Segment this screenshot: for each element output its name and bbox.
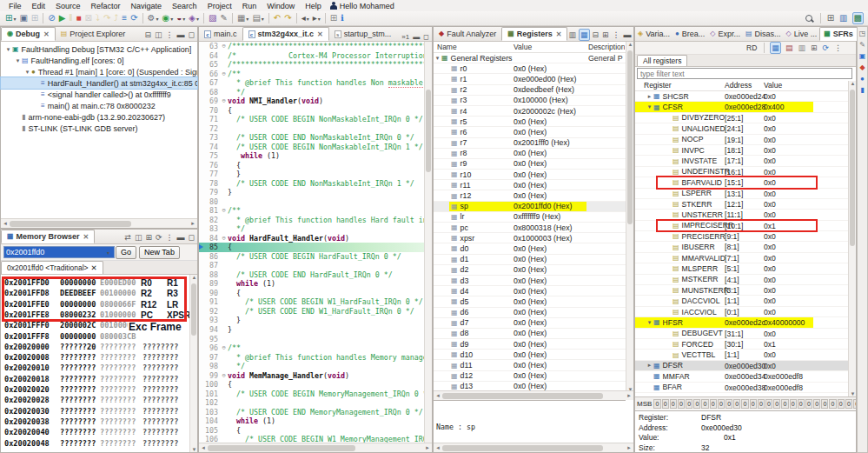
scroll-up-icon[interactable]: ▲ (190, 275, 197, 280)
bit-cell[interactable]: 0 (718, 399, 725, 409)
toggle-mark-occurrences-icon[interactable]: ▦▾ (236, 12, 249, 24)
memory-row[interactable]: 0x20020010???????????????????????? (1, 363, 197, 374)
sfr-row[interactable]: ▤MLSPERR[5:1]0x0 (635, 263, 848, 274)
register-row[interactable]: ▦r00x0 (Hex) (434, 63, 626, 74)
sfr-row[interactable]: ▤UNSTKERR[11:1]0x0 (635, 210, 848, 220)
sfr-row[interactable]: ▤UNDEFINSTR[16:1]0x0 (635, 167, 848, 177)
code-line[interactable]: 87 (199, 261, 424, 270)
combo-dropdown-icon[interactable]: ▾ (107, 250, 109, 256)
close-icon[interactable]: ✕ (83, 233, 89, 241)
code-line[interactable]: 97 * @brief This function handles Memory… (199, 353, 424, 363)
dropdown-arrow-icon[interactable]: ▾ (156, 16, 159, 22)
fold-toggle-icon[interactable]: ⊖ (220, 70, 228, 79)
user-account[interactable]: Hello Mohamed (330, 2, 394, 10)
scroll-up-icon[interactable]: ▲ (849, 81, 857, 86)
scroll-right-icon[interactable]: ▸ (625, 444, 633, 451)
step-over-icon[interactable]: ↷ (103, 12, 111, 24)
code-line[interactable]: 106 /* USER CODE BEGIN W1_MemoryManageme… (199, 435, 424, 443)
register-row[interactable]: ▦r40x2000002c (Hex) (434, 106, 626, 117)
tab-disassembly[interactable]: ▤Disas... (743, 27, 784, 41)
terminate-icon[interactable]: ■ (75, 12, 82, 24)
memory-row[interactable]: 0x2001FFF02000002C00100000Exc Frame (1, 321, 197, 331)
code-line[interactable]: 77 } (199, 170, 424, 179)
bit-cell[interactable]: 0 (653, 399, 660, 409)
code-editor[interactable]: 63⊖/************************************… (199, 42, 424, 443)
save-icon[interactable]: ▣ (18, 12, 28, 24)
bit-cell[interactable]: 0 (773, 399, 780, 409)
debug-hscrollbar[interactable]: ◂ ▸ (1, 218, 197, 228)
problems-view-icon[interactable]: ◆ (859, 63, 865, 71)
bit-cell[interactable]: 0 (853, 399, 856, 409)
cpp-perspective-icon[interactable]: ▥ (838, 12, 848, 24)
maximize-icon[interactable]: ◻ (188, 231, 195, 243)
column-register[interactable]: Register (644, 81, 672, 90)
memory-row[interactable]: 0x20020038???????????????????????? (1, 417, 197, 428)
collapse-all-icon[interactable]: ⊟ (143, 29, 152, 41)
bit-cell[interactable]: 0 (805, 399, 812, 409)
sfr-row[interactable]: ▾▦CFSR0xe000ed280x400 (635, 102, 848, 112)
fold-toggle-icon[interactable]: ⊖ (220, 371, 228, 381)
register-row[interactable]: ▦d100x0 (Hex) (434, 350, 626, 360)
code-line[interactable]: 102 (199, 398, 424, 408)
register-row[interactable]: ▦d70x0 (Hex) (434, 318, 626, 329)
bit-cell[interactable]: 0 (821, 399, 828, 409)
code-line[interactable]: 92 /* USER CODE END W1_HardFault_IRQn 0 … (199, 307, 424, 316)
next-edit-location-icon[interactable]: ↷ (283, 12, 292, 24)
tab-expressions[interactable]: ◇Expr... (707, 27, 743, 41)
code-line[interactable]: 89 while (1) (199, 279, 424, 289)
code-line[interactable]: 65/*************************************… (199, 60, 424, 70)
memory-row[interactable]: 0x2001FFD000000000E000ED00R0R1 (1, 278, 197, 289)
bit-cell[interactable]: 0 (829, 399, 836, 409)
sfr-vscrollbar[interactable]: ▲ ▼ (848, 81, 856, 396)
write-register-icon[interactable]: ▤ (785, 42, 794, 54)
bit-cell[interactable]: 0 (670, 399, 677, 409)
new-wizard-icon[interactable]: ⊞▾ (4, 12, 17, 24)
close-icon[interactable]: ✕ (43, 30, 50, 38)
register-row[interactable]: ▦r110x0 (Hex) (434, 180, 626, 190)
register-row[interactable]: ▦r70x2001fff0 (Hex) (434, 138, 626, 149)
register-row[interactable]: ▦r80x0 (Hex) (434, 149, 626, 159)
code-line[interactable]: 84⊖void HardFault_Handler(void) (199, 234, 424, 243)
debug-shell-view-icon[interactable]: ● (860, 75, 865, 83)
bit-cell[interactable]: 0 (662, 399, 669, 409)
register-row[interactable]: ▦r50x0 (Hex) (434, 117, 626, 127)
scroll-thumb[interactable] (208, 445, 355, 451)
sfr-row[interactable]: ▤DIVBYZERO[25:1]0x0 (635, 113, 848, 123)
register-row[interactable]: ▦r60x0 (Hex) (434, 127, 626, 137)
run-icon[interactable]: ◉▾ (162, 12, 175, 24)
view-menu-icon[interactable]: ⋮ (165, 29, 175, 41)
reset-register-icon[interactable]: ▥ (797, 42, 806, 54)
register-row[interactable]: ▦r100x0 (Hex) (434, 170, 626, 180)
sfr-row[interactable]: ▤PRECISERR[9:1]0x0 (635, 231, 848, 242)
tab-registers[interactable]: ▦ Registers ✕ (501, 27, 567, 41)
link-rendering-icon[interactable]: ⟳ (155, 231, 163, 243)
sfr-row[interactable]: ▤MSTKERR[4:1]0x0 (635, 275, 848, 285)
minimize-icon[interactable]: ▬ (176, 29, 186, 41)
menu-file[interactable]: File (3, 2, 27, 10)
register-row[interactable]: ▦r120x0 (Hex) (434, 190, 626, 201)
view-menu-icon[interactable]: ⋮ (833, 42, 843, 54)
go-button[interactable]: Go (116, 246, 136, 259)
tree-chevron-icon[interactable]: ▾ (14, 57, 22, 64)
code-line[interactable]: 78 /* USER CODE END NonMaskableInt_IRQn … (199, 179, 424, 189)
memory-view-icon[interactable]: ▮ (860, 86, 864, 94)
tab-main-c[interactable]: c main.c (199, 27, 242, 41)
code-line[interactable]: 94} (199, 325, 424, 335)
code-line[interactable]: 80 (199, 197, 424, 207)
register-row[interactable]: ▦d110x0 (Hex) (434, 360, 626, 370)
bit-cell[interactable]: 0 (845, 399, 852, 409)
code-line[interactable]: 72 (199, 124, 424, 134)
code-line[interactable]: 73 /* USER CODE END NonMaskableInt_IRQn … (199, 133, 424, 143)
tree-chevron-icon[interactable]: ▸ (646, 362, 653, 369)
memory-row[interactable]: 0x20020018???????????????????????? (1, 375, 197, 385)
code-line[interactable]: 66⊖/** (199, 70, 424, 79)
new-tab-button[interactable]: New Tab (139, 246, 180, 259)
pin-view-icon[interactable]: ◫ (154, 29, 163, 41)
debug-tree-item[interactable]: ▾▤FaultHandling.elf [cores: 0] (1, 55, 197, 66)
code-line[interactable]: 104 while (1) (199, 416, 424, 426)
open-new-window-icon[interactable]: ⊞ (329, 12, 338, 24)
debug-tree-item[interactable]: ≡HardFault_Handler() at stm32g4xx_it.c:8… (1, 77, 197, 89)
sfr-row[interactable]: ▾▦HFSR0xe000ed2c0x40000000 (635, 317, 848, 328)
registers-detail-hscrollbar[interactable]: ◂ ▸ (434, 443, 633, 452)
dropdown-arrow-icon[interactable]: ▾ (13, 16, 16, 22)
